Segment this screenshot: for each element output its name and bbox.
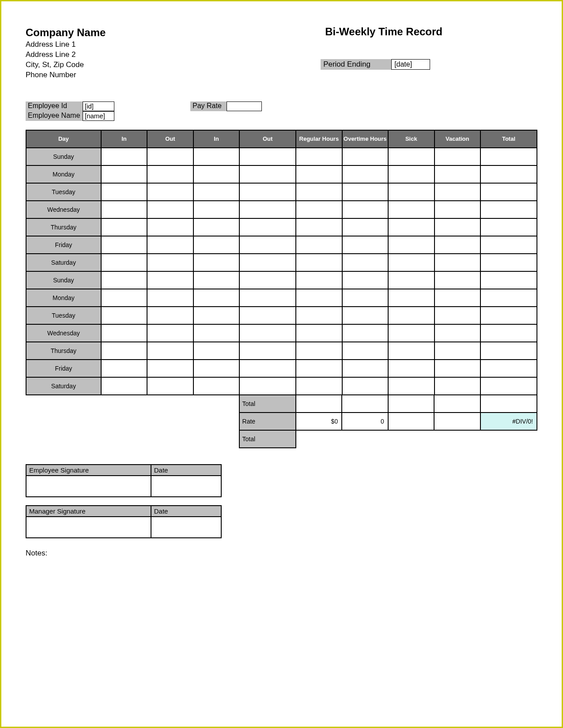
time-cell[interactable] <box>193 148 239 165</box>
time-cell[interactable] <box>342 183 388 201</box>
time-cell[interactable] <box>296 148 342 165</box>
time-cell[interactable] <box>296 183 342 201</box>
time-cell[interactable] <box>193 201 239 218</box>
time-cell[interactable] <box>193 183 239 201</box>
time-cell[interactable] <box>342 360 388 377</box>
time-cell[interactable] <box>239 342 296 360</box>
time-cell[interactable] <box>239 236 296 254</box>
time-cell[interactable] <box>101 360 147 377</box>
time-cell[interactable] <box>435 201 480 218</box>
manager-signature-field[interactable] <box>26 517 151 538</box>
time-cell[interactable] <box>342 165 388 183</box>
time-cell[interactable] <box>101 236 147 254</box>
time-cell[interactable] <box>296 307 342 324</box>
time-cell[interactable] <box>101 289 147 307</box>
employee-name-value[interactable]: [name] <box>83 111 114 121</box>
time-cell[interactable] <box>388 307 434 324</box>
time-cell[interactable] <box>342 289 388 307</box>
time-cell[interactable] <box>239 165 296 183</box>
time-cell[interactable] <box>101 201 147 218</box>
time-cell[interactable] <box>480 236 537 254</box>
time-cell[interactable] <box>239 324 296 342</box>
pay-rate-value[interactable] <box>227 101 262 111</box>
time-cell[interactable] <box>342 218 388 236</box>
time-cell[interactable] <box>388 324 434 342</box>
time-cell[interactable] <box>296 377 342 395</box>
time-cell[interactable] <box>342 236 388 254</box>
time-cell[interactable] <box>239 289 296 307</box>
employee-signature-field[interactable] <box>26 476 151 497</box>
time-cell[interactable] <box>193 236 239 254</box>
time-cell[interactable] <box>388 377 434 395</box>
employee-date-field[interactable] <box>151 476 221 497</box>
time-cell[interactable] <box>342 254 388 271</box>
time-cell[interactable] <box>193 307 239 324</box>
time-cell[interactable] <box>101 165 147 183</box>
time-cell[interactable] <box>435 360 480 377</box>
time-cell[interactable] <box>296 289 342 307</box>
time-cell[interactable] <box>239 183 296 201</box>
time-cell[interactable] <box>480 148 537 165</box>
time-cell[interactable] <box>147 360 193 377</box>
time-cell[interactable] <box>480 183 537 201</box>
time-cell[interactable] <box>435 183 480 201</box>
time-cell[interactable] <box>480 342 537 360</box>
time-cell[interactable] <box>147 236 193 254</box>
time-cell[interactable] <box>388 201 434 218</box>
time-cell[interactable] <box>101 377 147 395</box>
time-cell[interactable] <box>239 377 296 395</box>
time-cell[interactable] <box>193 271 239 289</box>
time-cell[interactable] <box>435 342 480 360</box>
time-cell[interactable] <box>388 271 434 289</box>
time-cell[interactable] <box>435 148 480 165</box>
time-cell[interactable] <box>193 342 239 360</box>
time-cell[interactable] <box>480 289 537 307</box>
time-cell[interactable] <box>388 183 434 201</box>
time-cell[interactable] <box>480 201 537 218</box>
time-cell[interactable] <box>101 148 147 165</box>
time-cell[interactable] <box>101 342 147 360</box>
time-cell[interactable] <box>388 236 434 254</box>
time-cell[interactable] <box>101 254 147 271</box>
time-cell[interactable] <box>435 324 480 342</box>
time-cell[interactable] <box>342 201 388 218</box>
time-cell[interactable] <box>342 148 388 165</box>
time-cell[interactable] <box>388 218 434 236</box>
time-cell[interactable] <box>388 289 434 307</box>
time-cell[interactable] <box>342 324 388 342</box>
time-cell[interactable] <box>388 360 434 377</box>
employee-id-value[interactable]: [id] <box>83 101 114 111</box>
time-cell[interactable] <box>480 377 537 395</box>
time-cell[interactable] <box>296 218 342 236</box>
time-cell[interactable] <box>101 183 147 201</box>
time-cell[interactable] <box>342 271 388 289</box>
time-cell[interactable] <box>435 254 480 271</box>
time-cell[interactable] <box>296 254 342 271</box>
time-cell[interactable] <box>147 218 193 236</box>
time-cell[interactable] <box>296 165 342 183</box>
time-cell[interactable] <box>239 201 296 218</box>
time-cell[interactable] <box>193 377 239 395</box>
time-cell[interactable] <box>147 324 193 342</box>
time-cell[interactable] <box>388 254 434 271</box>
time-cell[interactable] <box>147 307 193 324</box>
time-cell[interactable] <box>480 360 537 377</box>
time-cell[interactable] <box>147 165 193 183</box>
time-cell[interactable] <box>480 271 537 289</box>
time-cell[interactable] <box>147 183 193 201</box>
manager-date-field[interactable] <box>151 517 221 538</box>
time-cell[interactable] <box>101 271 147 289</box>
time-cell[interactable] <box>193 360 239 377</box>
time-cell[interactable] <box>193 289 239 307</box>
time-cell[interactable] <box>480 165 537 183</box>
time-cell[interactable] <box>435 289 480 307</box>
period-ending-value[interactable]: [date] <box>391 59 430 70</box>
time-cell[interactable] <box>296 271 342 289</box>
time-cell[interactable] <box>193 165 239 183</box>
time-cell[interactable] <box>101 218 147 236</box>
time-cell[interactable] <box>147 342 193 360</box>
time-cell[interactable] <box>147 271 193 289</box>
time-cell[interactable] <box>101 324 147 342</box>
time-cell[interactable] <box>239 254 296 271</box>
time-cell[interactable] <box>480 307 537 324</box>
